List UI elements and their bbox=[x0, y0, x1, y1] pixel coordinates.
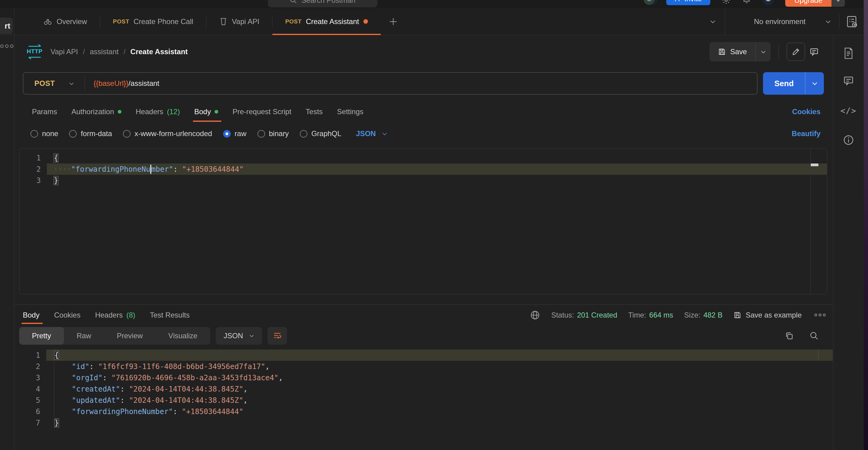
response-tab-headers[interactable]: Headers (8) bbox=[95, 305, 135, 325]
method-dropdown[interactable]: POST bbox=[24, 79, 85, 88]
tab-tests[interactable]: Tests bbox=[306, 101, 322, 122]
view-pretty[interactable]: Pretty bbox=[19, 327, 64, 344]
send-options-chevron[interactable] bbox=[805, 72, 824, 95]
body-language-dropdown[interactable]: JSON bbox=[356, 129, 388, 138]
tab-body[interactable]: Body bbox=[194, 101, 218, 122]
import-button-partial[interactable]: rt bbox=[0, 18, 13, 34]
mode-label: none bbox=[42, 129, 58, 138]
mode-form-data[interactable]: form-data bbox=[69, 129, 112, 138]
code-line[interactable]: 1{ bbox=[20, 152, 827, 163]
tab-create-assistant[interactable]: POST Create Assistant bbox=[272, 8, 380, 35]
tab-create-phone-call[interactable]: POST Create Phone Call bbox=[100, 8, 206, 35]
tab-label: Params bbox=[32, 108, 57, 116]
response-tab-body[interactable]: Body bbox=[23, 305, 39, 325]
code-line[interactable]: 3} bbox=[20, 175, 827, 186]
response-language-dropdown[interactable]: JSON bbox=[216, 327, 262, 344]
response-tab-cookies[interactable]: Cookies bbox=[54, 305, 81, 325]
tab-overview[interactable]: Overview bbox=[30, 8, 100, 35]
request-info-button[interactable] bbox=[843, 134, 854, 146]
tab-pre-request-script[interactable]: Pre-request Script bbox=[232, 101, 291, 122]
line-number: 7 bbox=[14, 419, 46, 427]
scrollbar-thumb[interactable] bbox=[811, 163, 818, 166]
url-input[interactable]: {{baseUrl}}/assistant bbox=[85, 79, 159, 88]
global-search-input[interactable]: Search Postman bbox=[268, 0, 377, 7]
view-preview[interactable]: Preview bbox=[104, 327, 156, 344]
copy-icon[interactable] bbox=[785, 331, 794, 340]
breadcrumb: Vapi API / assistant / Create Assistant bbox=[51, 48, 188, 56]
invite-button[interactable]: Invite bbox=[666, 0, 710, 5]
code-line[interactable]: 2 "id": "1f6fcf93-11f6-408d-b6bd-34956ed… bbox=[14, 361, 833, 372]
mode-none[interactable]: none bbox=[30, 129, 58, 138]
environment-selector[interactable]: No environment bbox=[725, 8, 864, 35]
wrap-text-button[interactable] bbox=[268, 327, 287, 344]
code-line[interactable]: 2····"forwardingPhoneNumber": "+18503644… bbox=[20, 163, 827, 175]
save-button[interactable]: Save bbox=[709, 48, 755, 56]
comments-panel-button[interactable] bbox=[843, 75, 854, 86]
response-headers-count: (8) bbox=[126, 311, 135, 320]
settings-gear-icon[interactable] bbox=[721, 0, 731, 5]
cookies-link[interactable]: Cookies bbox=[792, 108, 820, 116]
mode-graphql[interactable]: GraphQL bbox=[300, 129, 341, 138]
tab-overflow-chevron[interactable] bbox=[701, 8, 725, 35]
tab-label: Test Results bbox=[150, 311, 190, 320]
new-tab-button[interactable] bbox=[381, 8, 406, 35]
code-line[interactable]: 1{ bbox=[14, 350, 833, 361]
code-text: { bbox=[47, 152, 827, 163]
response-body-code[interactable]: 1{2 "id": "1f6fcf93-11f6-408d-b6bd-34956… bbox=[14, 350, 833, 428]
tab-authorization[interactable]: Authorization bbox=[71, 101, 121, 122]
view-raw[interactable]: Raw bbox=[64, 327, 104, 344]
code-line[interactable]: 6 "forwardingPhoneNumber": "+18503644844… bbox=[14, 406, 833, 417]
code-line[interactable]: 3 "orgId": "7616920b-4696-458b-a2aa-3453… bbox=[14, 372, 833, 383]
response-more-icon[interactable] bbox=[814, 313, 826, 316]
editor-scrollbar[interactable] bbox=[810, 149, 819, 294]
code-line[interactable]: 4 "createdAt": "2024-04-14T04:44:38.845Z… bbox=[14, 383, 833, 395]
upgrade-chevron-icon[interactable] bbox=[832, 0, 845, 7]
view-visualize[interactable]: Visualize bbox=[156, 327, 210, 344]
mode-x-www-form-urlencoded[interactable]: x-www-form-urlencoded bbox=[123, 129, 212, 138]
breadcrumb-collection[interactable]: Vapi API bbox=[51, 48, 78, 56]
user-avatar[interactable] bbox=[762, 0, 774, 6]
request-body-editor[interactable]: 1{2····"forwardingPhoneNumber": "+185036… bbox=[19, 148, 827, 294]
tab-label: Create Phone Call bbox=[134, 17, 193, 26]
save-options-chevron[interactable] bbox=[755, 42, 771, 61]
send-split-button[interactable]: Send bbox=[763, 72, 824, 95]
overview-binoculars-icon bbox=[43, 17, 52, 26]
save-as-example-button[interactable]: Save as example bbox=[734, 311, 802, 320]
upgrade-button[interactable]: Upgrade bbox=[785, 0, 845, 7]
mode-binary[interactable]: binary bbox=[257, 129, 289, 138]
line-number: 4 bbox=[14, 385, 46, 393]
request-body-code[interactable]: 1{2····"forwardingPhoneNumber": "+185036… bbox=[20, 152, 827, 186]
tab-headers[interactable]: Headers (12) bbox=[136, 101, 180, 122]
edit-request-button[interactable] bbox=[787, 42, 805, 61]
response-body-viewer[interactable]: 1{2 "id": "1f6fcf93-11f6-408d-b6bd-34956… bbox=[14, 350, 833, 428]
team-avatars[interactable] bbox=[646, 0, 655, 5]
documentation-button[interactable] bbox=[843, 47, 854, 59]
save-split-button[interactable]: Save bbox=[709, 42, 771, 61]
beautify-link[interactable]: Beautify bbox=[792, 129, 820, 138]
comments-button[interactable] bbox=[805, 42, 823, 61]
line-number: 1 bbox=[14, 351, 46, 360]
search-response-icon[interactable] bbox=[810, 331, 819, 340]
radio-icon bbox=[123, 130, 130, 138]
sidebar-more-icon[interactable] bbox=[0, 44, 13, 48]
code-text: } bbox=[47, 175, 827, 186]
mode-raw[interactable]: raw bbox=[223, 129, 247, 138]
breadcrumb-folder[interactable]: assistant bbox=[90, 48, 119, 56]
method-value: POST bbox=[34, 79, 55, 88]
response-tab-test-results[interactable]: Test Results bbox=[150, 305, 190, 325]
code-line[interactable]: 7} bbox=[14, 417, 833, 428]
environment-quick-look-icon[interactable] bbox=[846, 15, 858, 28]
send-button[interactable]: Send bbox=[763, 72, 805, 95]
tab-vapi-api[interactable]: Vapi API bbox=[206, 8, 272, 35]
code-line[interactable]: 5 "updatedAt": "2024-04-14T04:44:38.845Z… bbox=[14, 395, 833, 406]
viewer-scroll-gutter bbox=[818, 350, 819, 361]
mode-label: form-data bbox=[81, 129, 112, 138]
tab-label: Authorization bbox=[71, 108, 114, 116]
info-icon bbox=[843, 134, 854, 146]
tab-settings[interactable]: Settings bbox=[337, 101, 363, 122]
code-snippet-button[interactable]: </> bbox=[841, 106, 857, 115]
breadcrumb-request-name[interactable]: Create Assistant bbox=[130, 48, 188, 56]
tab-params[interactable]: Params bbox=[32, 101, 57, 122]
network-globe-icon[interactable] bbox=[530, 310, 540, 320]
notifications-bell-icon[interactable] bbox=[742, 0, 751, 4]
